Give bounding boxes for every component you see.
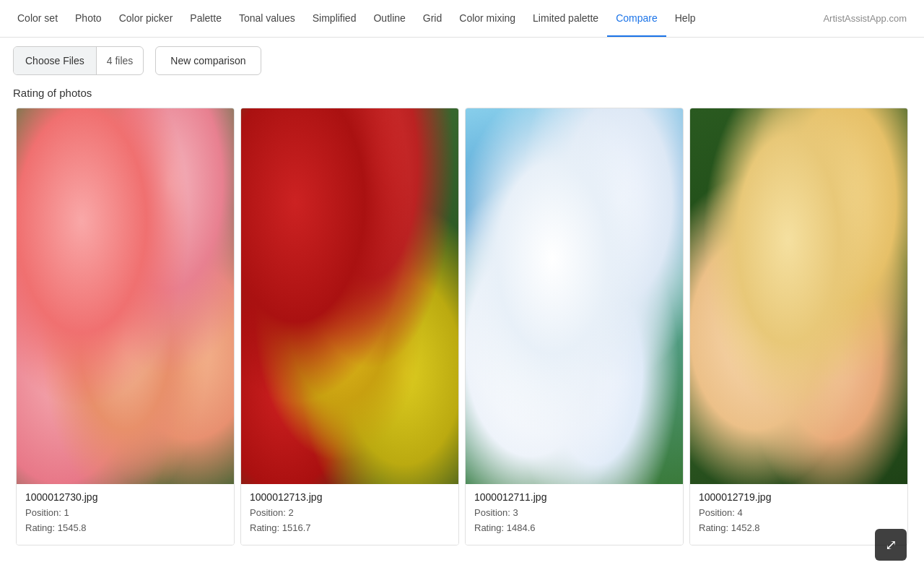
image-meta: Position: 1Rating: 1545.8 [25, 506, 225, 536]
image-card[interactable]: 1000012713.jpgPosition: 2Rating: 1516.7 [240, 108, 459, 545]
file-input-wrapper: Choose Files 4 files [13, 46, 144, 75]
image-meta: Position: 4Rating: 1452.8 [699, 506, 899, 536]
image-card[interactable]: 1000012730.jpgPosition: 1Rating: 1545.8 [16, 108, 235, 545]
image-info: 1000012730.jpgPosition: 1Rating: 1545.8 [17, 484, 234, 545]
choose-files-button[interactable]: Choose Files [14, 47, 97, 74]
zoom-button[interactable]: ⤢ [875, 529, 907, 548]
image-info: 1000012713.jpgPosition: 2Rating: 1516.7 [241, 484, 458, 545]
nav-item-simplified[interactable]: Simplified [304, 0, 365, 38]
image-filename: 1000012719.jpg [699, 491, 899, 503]
image-info: 1000012711.jpgPosition: 3Rating: 1484.6 [466, 484, 683, 545]
nav-item-color-set[interactable]: Color set [9, 0, 66, 38]
image-card[interactable]: 1000012719.jpgPosition: 4Rating: 1452.8 [689, 108, 908, 545]
image-meta: Position: 3Rating: 1484.6 [474, 506, 674, 536]
nav-item-color-picker[interactable]: Color picker [110, 0, 182, 38]
image-filename: 1000012730.jpg [25, 491, 225, 503]
nav-item-color-mixing[interactable]: Color mixing [450, 0, 524, 38]
image-filename: 1000012711.jpg [474, 491, 674, 503]
brand-label: ArtistAssistApp.com [814, 13, 915, 24]
image-filename: 1000012713.jpg [250, 491, 450, 503]
navigation: Color setPhotoColor pickerPaletteTonal v… [0, 0, 924, 38]
nav-item-outline[interactable]: Outline [365, 0, 414, 38]
nav-item-tonal-values[interactable]: Tonal values [230, 0, 304, 38]
image-thumbnail [690, 108, 907, 484]
image-thumbnail [241, 108, 458, 484]
nav-item-compare[interactable]: Compare [607, 0, 666, 38]
nav-item-grid[interactable]: Grid [414, 0, 450, 38]
toolbar: Choose Files 4 files New comparison [0, 38, 924, 84]
image-card[interactable]: 1000012711.jpgPosition: 3Rating: 1484.6 [465, 108, 684, 545]
file-count: 4 files [97, 55, 144, 66]
section-heading: Rating of photos [0, 84, 924, 108]
image-thumbnail [17, 108, 234, 484]
nav-item-help[interactable]: Help [666, 0, 705, 38]
nav-item-palette[interactable]: Palette [181, 0, 230, 38]
image-meta: Position: 2Rating: 1516.7 [250, 506, 450, 536]
nav-item-limited-palette[interactable]: Limited palette [524, 0, 607, 38]
image-thumbnail [466, 108, 683, 484]
image-grid: 1000012730.jpgPosition: 1Rating: 1545.81… [0, 108, 924, 548]
nav-item-photo[interactable]: Photo [66, 0, 110, 38]
new-comparison-button[interactable]: New comparison [155, 46, 261, 75]
